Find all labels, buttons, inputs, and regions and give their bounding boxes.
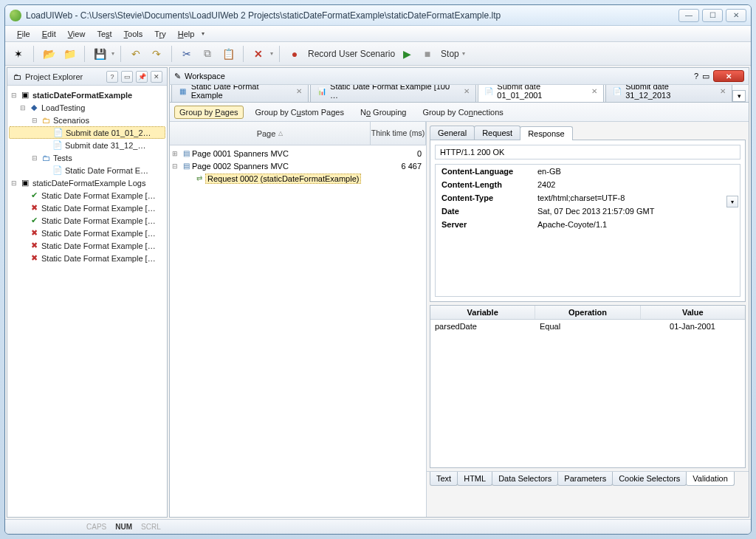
- column-value[interactable]: Value: [641, 306, 745, 319]
- project-explorer-panel: 🗀 Project Explorer ? ▭ 📌 ✕ ⊟▣staticDateF…: [7, 67, 168, 518]
- copy-icon[interactable]: ⧉: [199, 45, 216, 63]
- undo-icon[interactable]: ↶: [127, 45, 145, 63]
- editor-tab[interactable]: 📊 Static Date Format Example [100 … ✕: [310, 85, 475, 102]
- column-operation[interactable]: Operation: [535, 306, 640, 319]
- menu-view[interactable]: View: [62, 28, 92, 40]
- menu-file[interactable]: File: [11, 28, 36, 40]
- open-project-icon[interactable]: 📂: [40, 45, 58, 63]
- menu-help[interactable]: Help: [172, 28, 201, 40]
- bottom-tab-html[interactable]: HTML: [457, 472, 492, 486]
- header-value: 2402: [532, 178, 740, 191]
- save-icon[interactable]: 💾: [91, 45, 109, 63]
- tree-log-item[interactable]: Static Date Format Example […: [41, 254, 156, 263]
- panel-options-icon[interactable]: ▭: [121, 71, 133, 83]
- new-icon[interactable]: ✶: [10, 45, 27, 63]
- tree-log-item[interactable]: Static Date Format Example […: [41, 204, 156, 213]
- editor-tab[interactable]: 📄 Submit date 01_01_2001 ✕: [478, 85, 605, 102]
- tree-scenarios[interactable]: Scenarios: [53, 116, 89, 125]
- page-row[interactable]: ⊞▤Page 0001 Spanners MVC 0: [170, 147, 426, 159]
- window-title: LoadUIWeb - C:\Users\Stevie\Documents\Lo…: [26, 10, 501, 21]
- response-panel: General Request Response HTTP/1.1 200 OK…: [427, 122, 749, 517]
- tree-scenario1[interactable]: Submit date 01_01_2…: [66, 128, 151, 137]
- tree-root[interactable]: staticDateFormatExample: [32, 91, 132, 100]
- tree-tests[interactable]: Tests: [53, 154, 72, 162]
- record-icon[interactable]: ●: [286, 45, 303, 63]
- panel-close-button[interactable]: ✕: [713, 70, 744, 82]
- tree-log-item[interactable]: Static Date Format Example […: [41, 191, 156, 200]
- panel-close-icon[interactable]: ✕: [151, 71, 162, 83]
- request-icon: ⇄: [193, 174, 205, 182]
- record-label[interactable]: Record User Scenario: [308, 49, 395, 59]
- panel-help-icon[interactable]: ?: [694, 72, 698, 80]
- panel-options-icon[interactable]: ▭: [702, 72, 709, 81]
- tree-loadtesting[interactable]: LoadTesting: [41, 103, 85, 112]
- bottom-tab-data-selectors[interactable]: Data Selectors: [492, 472, 558, 486]
- minimize-button[interactable]: —: [678, 9, 699, 22]
- tree-test1[interactable]: Static Date Format E…: [65, 166, 148, 175]
- group-by-connections-button[interactable]: Group by Connections: [418, 106, 507, 118]
- tests-folder-icon: 🗀: [40, 153, 52, 163]
- tree-logs-root[interactable]: staticDateFormatExample Logs: [32, 179, 145, 188]
- menu-tools[interactable]: Tools: [118, 28, 149, 40]
- close-icon[interactable]: ✕: [720, 87, 726, 95]
- status-error-icon: ✖: [28, 228, 40, 238]
- tab-response[interactable]: Response: [520, 126, 573, 140]
- tree-scenario2[interactable]: Submit date 31_12_…: [65, 141, 145, 150]
- column-page[interactable]: Page△: [170, 122, 371, 145]
- tree-log-item[interactable]: Static Date Format Example […: [41, 229, 156, 238]
- panel-help-icon[interactable]: ?: [106, 71, 118, 83]
- expand-icon[interactable]: ⊞: [170, 150, 180, 157]
- project-tree[interactable]: ⊟▣staticDateFormatExample ⊟◆LoadTesting …: [7, 86, 167, 517]
- tree-log-item[interactable]: Static Date Format Example […: [41, 241, 156, 250]
- validation-operation: Equal: [535, 320, 640, 333]
- status-error-icon: ✖: [28, 241, 40, 251]
- status-error-icon: ✖: [28, 253, 40, 264]
- group-by-custom-button[interactable]: Group by Custom Pages: [251, 106, 348, 118]
- maximize-button[interactable]: ☐: [702, 9, 723, 22]
- close-icon[interactable]: ✕: [296, 87, 302, 95]
- close-button[interactable]: ✕: [726, 9, 746, 22]
- delete-icon[interactable]: ✕: [250, 45, 267, 63]
- collapse-icon[interactable]: ⊟: [170, 162, 180, 170]
- request-row[interactable]: ⇄Request 0002 (staticDateFormatExample): [170, 172, 426, 185]
- tab-request[interactable]: Request: [474, 126, 520, 140]
- no-grouping-button[interactable]: No Grouping: [356, 106, 410, 118]
- menu-try[interactable]: Try: [148, 28, 171, 40]
- menu-bar: File Edit View Test Tools Try Help ▾: [5, 26, 751, 42]
- play-icon[interactable]: ▶: [398, 45, 416, 63]
- column-think-time[interactable]: Think time (ms): [371, 122, 426, 145]
- tab-general[interactable]: General: [430, 126, 475, 140]
- status-bar: CAPS NUM SCRL: [5, 519, 751, 534]
- close-icon[interactable]: ✕: [464, 87, 470, 95]
- paste-icon[interactable]: 📋: [219, 45, 237, 63]
- editor-tab[interactable]: 📄 Submit date 31_12_2013 ✕: [605, 85, 732, 102]
- open-icon[interactable]: 📁: [61, 45, 78, 63]
- dropdown-icon[interactable]: ▾: [726, 196, 738, 207]
- page-row[interactable]: ⊟▤Page 0002 Spanners MVC 6 467: [170, 159, 426, 172]
- header-value: en-GB: [532, 165, 740, 178]
- tree-log-item[interactable]: Static Date Format Example […: [41, 216, 156, 225]
- validation-table: Variable Operation Value parsedDate Equa…: [430, 305, 746, 468]
- cut-icon[interactable]: ✂: [178, 45, 196, 63]
- column-variable[interactable]: Variable: [430, 306, 535, 319]
- scenario-icon: 📄: [612, 86, 622, 96]
- redo-icon[interactable]: ↷: [148, 45, 165, 63]
- editor-tab[interactable]: ▦ Static Date Format Example ✕: [171, 85, 309, 102]
- close-icon[interactable]: ✕: [591, 87, 597, 95]
- validation-row[interactable]: parsedDate Equal 01-Jan-2001: [430, 320, 745, 333]
- bottom-tab-text[interactable]: Text: [430, 472, 458, 486]
- stop-icon[interactable]: ■: [419, 45, 436, 63]
- bottom-tab-parameters[interactable]: Parameters: [557, 472, 613, 486]
- more-tabs-button[interactable]: ▾: [732, 90, 746, 102]
- menu-edit[interactable]: Edit: [36, 28, 62, 40]
- editor-tab-label: Static Date Format Example: [191, 85, 291, 100]
- panel-pin-icon[interactable]: 📌: [136, 71, 148, 83]
- workspace-icon: ✎: [174, 72, 181, 81]
- menu-test[interactable]: Test: [91, 28, 117, 40]
- loadtesting-icon: ◆: [28, 103, 40, 113]
- stop-label[interactable]: Stop: [441, 49, 459, 59]
- scenario-icon: 📄: [52, 128, 64, 138]
- bottom-tab-cookie-selectors[interactable]: Cookie Selectors: [612, 472, 687, 486]
- group-by-pages-button[interactable]: Group by Pages: [174, 106, 244, 119]
- bottom-tab-validation[interactable]: Validation: [686, 472, 735, 486]
